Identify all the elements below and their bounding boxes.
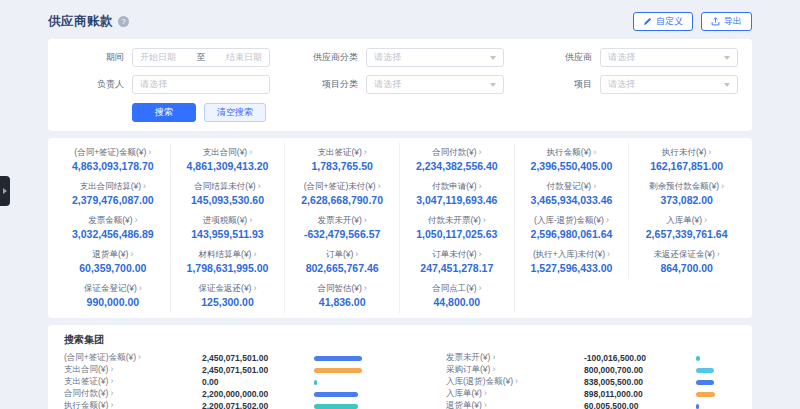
supplier-select[interactable]: 请选择	[600, 48, 738, 67]
stat-cell[interactable]: 保证金返还(¥)125,300.00	[171, 279, 286, 313]
field-project-category: 项目分类 请选择	[296, 75, 504, 94]
metric-value: 898,011,000.00	[584, 389, 696, 399]
stat-cell[interactable]: 执行未付(¥)162,167,851.00	[629, 143, 744, 177]
stat-cell[interactable]: 付款未开票(¥)1,050,117,025.63	[400, 211, 515, 245]
customize-label: 自定义	[656, 15, 683, 28]
stat-label: 退货单(¥)	[58, 249, 168, 260]
stat-label: (合同+签证)金额(¥)	[58, 147, 168, 158]
page-title: 供应商账款	[48, 13, 113, 30]
customize-button[interactable]: 自定义	[633, 12, 693, 31]
field-supplier: 供应商 请选择	[530, 48, 738, 67]
metric-bar-track	[696, 356, 784, 361]
stat-cell[interactable]: (执行+入库)未付(¥)1,527,596,433.00	[515, 245, 630, 279]
stat-cell[interactable]: (入库-退货)金额(¥)2,596,980,061.64	[515, 211, 630, 245]
stat-cell[interactable]: 订单(¥)802,665,767.46	[285, 245, 400, 279]
metric-row[interactable]: 退货单(¥)60,005,500.00	[446, 400, 784, 409]
stat-cell[interactable]: 进项税额(¥)143,959,511.93	[171, 211, 286, 245]
metric-bar-track	[314, 368, 402, 373]
placeholder-text: 请选择	[608, 78, 635, 91]
stat-value: 1,050,117,025.63	[402, 228, 512, 240]
stat-value: 2,628,668,790.70	[287, 194, 397, 206]
metric-value: 2,450,071,501.00	[202, 353, 314, 363]
stat-label: 订单(¥)	[287, 249, 397, 260]
stat-label: 剩余预付款金额(¥)	[631, 181, 742, 192]
chevron-down-icon	[724, 56, 730, 60]
stat-value: 247,451,278.17	[402, 262, 512, 274]
metric-bar	[696, 392, 715, 397]
metric-bar	[314, 368, 362, 373]
metric-row[interactable]: 入库单(¥)898,011,000.00	[446, 388, 784, 400]
stat-cell[interactable]: 付款申请(¥)3,047,119,693.46	[400, 177, 515, 211]
stat-value: 162,167,851.00	[631, 160, 742, 172]
stat-cell[interactable]: 订单未付(¥)247,451,278.17	[400, 245, 515, 279]
stat-cell[interactable]: 支出签证(¥)1,783,765.50	[285, 143, 400, 177]
stat-value: 1,798,631,995.00	[173, 262, 283, 274]
stat-cell[interactable]: 入库单(¥)2,657,339,761.64	[629, 211, 744, 245]
metric-label: 合同付款(¥)	[64, 388, 202, 400]
clear-search-button[interactable]: 清空搜索	[204, 103, 266, 122]
metric-value: 800,000,700.00	[584, 365, 696, 375]
stat-cell[interactable]: 合同暂估(¥)41,836.00	[285, 279, 400, 313]
stat-cell[interactable]: 保证金登记(¥)990,000.00	[56, 279, 171, 313]
help-icon[interactable]: ?	[118, 16, 129, 27]
owner-input[interactable]: 请选择	[132, 75, 270, 94]
stat-label: 执行金额(¥)	[517, 147, 627, 158]
stat-cell[interactable]: 发票未开(¥)-632,479,566.57	[285, 211, 400, 245]
stat-cell[interactable]: 合同结算未付(¥)145,093,530.60	[171, 177, 286, 211]
project-select[interactable]: 请选择	[600, 75, 738, 94]
stat-value: 3,047,119,693.46	[402, 194, 512, 206]
metric-row[interactable]: (合同+签证)金额(¥)2,450,071,501.00	[64, 352, 402, 364]
stat-value: 990,000.00	[58, 296, 168, 308]
metric-row[interactable]: 合同付款(¥)2,200,000,000.00	[64, 388, 402, 400]
stat-cell[interactable]: 合同点工(¥)44,800.00	[400, 279, 515, 313]
metric-row[interactable]: 发票未开(¥)-100,016,500.00	[446, 352, 784, 364]
export-button[interactable]: 导出	[701, 12, 752, 31]
supplier-label: 供应商	[530, 51, 592, 64]
project-category-select[interactable]: 请选择	[366, 75, 504, 94]
edit-icon	[643, 17, 652, 26]
stat-cell[interactable]: (合同+签证)未付(¥)2,628,668,790.70	[285, 177, 400, 211]
metric-row[interactable]: 支出合同(¥)2,450,071,501.00	[64, 364, 402, 376]
stat-value: 802,665,767.46	[287, 262, 397, 274]
metric-row[interactable]: 入库(退货)金额(¥)838,005,500.00	[446, 376, 784, 388]
stat-cell[interactable]: 付款登记(¥)3,465,934,033.46	[515, 177, 630, 211]
chevron-down-icon	[490, 56, 496, 60]
metric-row[interactable]: 支出签证(¥)0.00	[64, 376, 402, 388]
stat-cell[interactable]: (合同+签证)金额(¥)4,863,093,178.70	[56, 143, 171, 177]
stat-cell[interactable]: 材料结算单(¥)1,798,631,995.00	[171, 245, 286, 279]
search-button[interactable]: 搜索	[132, 103, 196, 122]
stats-panel: (合同+签证)金额(¥)4,863,093,178.70支出合同(¥)4,861…	[48, 138, 752, 318]
supplier-category-select[interactable]: 请选择	[366, 48, 504, 67]
metric-row[interactable]: 执行金额(¥)2,200,071,502.00	[64, 400, 402, 409]
metric-bar	[314, 392, 358, 397]
stat-label: (入库-退货)金额(¥)	[517, 215, 627, 226]
period-range-input[interactable]: 开始日期 至 结束日期	[132, 48, 270, 67]
stat-cell[interactable]: 合同付款(¥)2,234,382,556.40	[400, 143, 515, 177]
metric-row[interactable]: 采购订单(¥)800,000,700.00	[446, 364, 784, 376]
drawer-toggle[interactable]	[0, 176, 10, 206]
metric-bar	[696, 356, 700, 361]
stat-label: 发票金额(¥)	[58, 215, 168, 226]
metric-bar-track	[314, 404, 402, 409]
stat-value: 2,596,980,061.64	[517, 228, 627, 240]
stat-cell[interactable]: 支出合同(¥)4,861,309,413.20	[171, 143, 286, 177]
stat-value: 1,527,596,433.00	[517, 262, 627, 274]
stat-cell[interactable]: 未返还保证金(¥)864,700.00	[629, 245, 744, 279]
export-label: 导出	[724, 15, 742, 28]
stat-label: 支出合同(¥)	[173, 147, 283, 158]
supplier-category-label: 供应商分类	[296, 51, 358, 64]
stat-cell[interactable]: 执行金额(¥)2,396,550,405.00	[515, 143, 630, 177]
stat-cell[interactable]: 发票金额(¥)3,032,456,486.89	[56, 211, 171, 245]
period-end-placeholder: 结束日期	[226, 51, 262, 64]
metric-label: 采购订单(¥)	[446, 364, 584, 376]
metric-value: 60,005,500.00	[584, 401, 696, 409]
stat-label: 支出合同结算(¥)	[58, 181, 168, 192]
topbar-actions: 自定义 导出	[633, 12, 752, 31]
stat-cell[interactable]: 支出合同结算(¥)2,379,476,087.00	[56, 177, 171, 211]
project-category-label: 项目分类	[296, 78, 358, 91]
stat-cell[interactable]: 剩余预付款金额(¥)373,082.00	[629, 177, 744, 211]
stat-cell[interactable]: 退货单(¥)60,359,700.00	[56, 245, 171, 279]
stat-label: (执行+入库)未付(¥)	[517, 249, 627, 260]
group-column-right: 发票未开(¥)-100,016,500.00采购订单(¥)800,000,700…	[446, 352, 784, 409]
metric-label: 支出合同(¥)	[64, 364, 202, 376]
